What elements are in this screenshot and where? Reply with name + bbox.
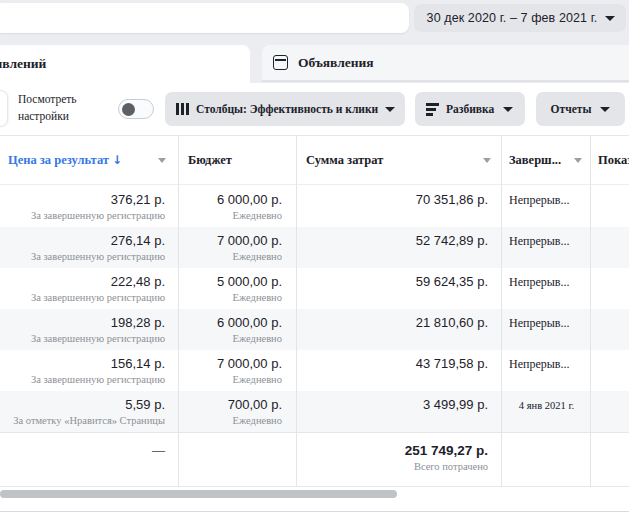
reports-button[interactable]: Отчеты <box>536 92 625 126</box>
spent-value: 3 499,99 р. <box>296 396 488 413</box>
spent-value: 70 351,86 р. <box>296 191 488 208</box>
spent-value: 59 624,35 р. <box>296 273 488 290</box>
totals-cost-dash: — <box>0 442 165 459</box>
ends-cell: Непрерыв... <box>501 268 590 309</box>
ends-value: 4 янв 2021 г. <box>509 398 590 413</box>
breakdown-button-label: Разбивка <box>446 103 494 115</box>
column-header-label: Сумма затрат <box>306 153 383 168</box>
tab-ads-label: Объявления <box>298 55 374 71</box>
budget-cell: 6 000,00 р. Ежедневно <box>178 309 296 350</box>
filter-caret-icon[interactable] <box>483 158 491 163</box>
filter-caret-icon[interactable] <box>158 158 166 163</box>
cost-per-result-cell: 276,14 р. За завершенную регистрацию <box>0 227 178 268</box>
budget-value: 6 000,00 р. <box>178 314 282 331</box>
view-settings-toggle[interactable] <box>118 99 154 119</box>
table-header: Цена за результат ↓ Бюджет Сумма затрат … <box>0 135 629 185</box>
column-header-impressions[interactable]: Показ <box>590 136 629 184</box>
budget-value: 7 000,00 р. <box>178 232 282 249</box>
column-header-ends[interactable]: Заверш... <box>501 136 590 184</box>
spent-value: 21 810,60 р. <box>296 314 488 331</box>
cost-value: 156,14 р. <box>0 355 165 372</box>
totals-spent-cell: 251 749,27 р. Всего потрачено <box>296 433 501 486</box>
amount-spent-cell: 21 810,60 р. <box>296 309 501 350</box>
ends-value: Непрерыв... <box>509 193 590 208</box>
budget-sublabel: Ежедневно <box>178 291 282 305</box>
budget-sublabel: Ежедневно <box>178 250 282 264</box>
cost-sublabel: За завершенную регистрацию <box>0 209 165 223</box>
toggle-knob <box>122 103 135 116</box>
cost-sublabel: За завершенную регистрацию <box>0 332 165 346</box>
date-range-selector[interactable]: 30 дек 2020 г. – 7 фев 2021 г. <box>414 4 626 32</box>
spent-value: 52 742,89 р. <box>296 232 488 249</box>
budget-cell: 7 000,00 р. Ежедневно <box>178 227 296 268</box>
ends-value: Непрерыв... <box>509 357 590 372</box>
budget-value: 7 000,00 р. <box>178 355 282 372</box>
horizontal-scrollbar-thumb[interactable] <box>0 490 397 498</box>
column-header-label: Показ <box>598 153 629 168</box>
budget-cell: 7 000,00 р. Ежедневно <box>178 350 296 391</box>
columns-icon <box>176 103 189 115</box>
ends-cell: Непрерыв... <box>501 350 590 391</box>
column-header-cost-per-result[interactable]: Цена за результат ↓ <box>0 136 178 184</box>
ends-cell: Непрерыв... <box>501 186 590 227</box>
totals-budget-cell <box>178 433 296 486</box>
totals-cost-cell: — <box>0 433 178 486</box>
amount-spent-cell: 59 624,35 р. <box>296 268 501 309</box>
table-body: 376,21 р. За завершенную регистрацию 6 0… <box>0 186 629 432</box>
totals-ends-cell <box>501 433 590 486</box>
breakdown-button[interactable]: Разбивка <box>415 92 525 126</box>
cost-per-result-cell: 376,21 р. За завершенную регистрацию <box>0 186 178 227</box>
cost-value: 222,48 р. <box>0 273 165 290</box>
amount-spent-cell: 52 742,89 р. <box>296 227 501 268</box>
budget-value: 5 000,00 р. <box>178 273 282 290</box>
table-row[interactable]: 198,28 р. За завершенную регистрацию 6 0… <box>0 309 629 350</box>
table-row[interactable]: 222,48 р. За завершенную регистрацию 5 0… <box>0 268 629 309</box>
filter-caret-icon[interactable] <box>574 158 582 163</box>
column-header-budget[interactable]: Бюджет <box>178 136 296 184</box>
table-row[interactable]: 376,21 р. За завершенную регистрацию 6 0… <box>0 186 629 227</box>
table-row[interactable]: 276,14 р. За завершенную регистрацию 7 0… <box>0 227 629 268</box>
impressions-cell <box>590 350 629 391</box>
table-row[interactable]: 156,14 р. За завершенную регистрацию 7 0… <box>0 350 629 391</box>
budget-value: 700,00 р. <box>178 396 282 413</box>
budget-sublabel: Ежедневно <box>178 414 282 428</box>
budget-sublabel: Ежедневно <box>178 373 282 387</box>
amount-spent-cell: 43 719,58 р. <box>296 350 501 391</box>
budget-sublabel: Ежедневно <box>178 332 282 346</box>
spent-value: 43 719,58 р. <box>296 355 488 372</box>
date-range-label: 30 дек 2020 г. – 7 фев 2021 г. <box>427 11 598 25</box>
tab-ad-sets-label: явлений <box>0 56 46 72</box>
columns-button[interactable]: Столбцы: Эффективность и клики <box>165 92 405 126</box>
table-row[interactable]: 5,59 р. За отметку «Нравится» Страницы 7… <box>0 391 629 432</box>
chevron-down-icon <box>503 107 513 112</box>
cost-sublabel: За завершенную регистрацию <box>0 250 165 264</box>
chevron-down-icon <box>605 16 615 21</box>
cost-sublabel: За завершенную регистрацию <box>0 373 165 387</box>
impressions-cell <box>590 391 629 432</box>
budget-value: 6 000,00 р. <box>178 191 282 208</box>
cost-value: 198,28 р. <box>0 314 165 331</box>
column-header-label: Цена за результат <box>8 153 109 168</box>
ends-cell: Непрерыв... <box>501 309 590 350</box>
column-header-label: Бюджет <box>188 153 232 168</box>
cost-per-result-cell: 156,14 р. За завершенную регистрацию <box>0 350 178 391</box>
impressions-cell <box>590 309 629 350</box>
amount-spent-cell: 3 499,99 р. <box>296 391 501 432</box>
sort-descending-icon: ↓ <box>112 153 122 167</box>
impressions-cell <box>590 268 629 309</box>
ends-cell: 4 янв 2021 г. <box>501 391 590 432</box>
breakdown-icon <box>426 103 439 116</box>
tab-ads[interactable]: Объявления <box>262 45 629 81</box>
column-header-label: Заверш... <box>509 153 561 168</box>
column-header-amount-spent[interactable]: Сумма затрат <box>296 136 501 184</box>
budget-cell: 6 000,00 р. Ежедневно <box>178 186 296 227</box>
ends-value: Непрерыв... <box>509 234 590 249</box>
impressions-cell <box>590 227 629 268</box>
tab-ad-sets[interactable]: явлений <box>0 45 250 83</box>
ends-cell: Непрерыв... <box>501 227 590 268</box>
cost-sublabel: За отметку «Нравится» Страницы <box>0 414 165 428</box>
ads-icon <box>273 55 288 70</box>
cutoff-button[interactable] <box>0 90 8 127</box>
totals-row: — 251 749,27 р. Всего потрачено <box>0 432 629 487</box>
view-settings-label[interactable]: Посмотреть настройки <box>18 91 110 124</box>
